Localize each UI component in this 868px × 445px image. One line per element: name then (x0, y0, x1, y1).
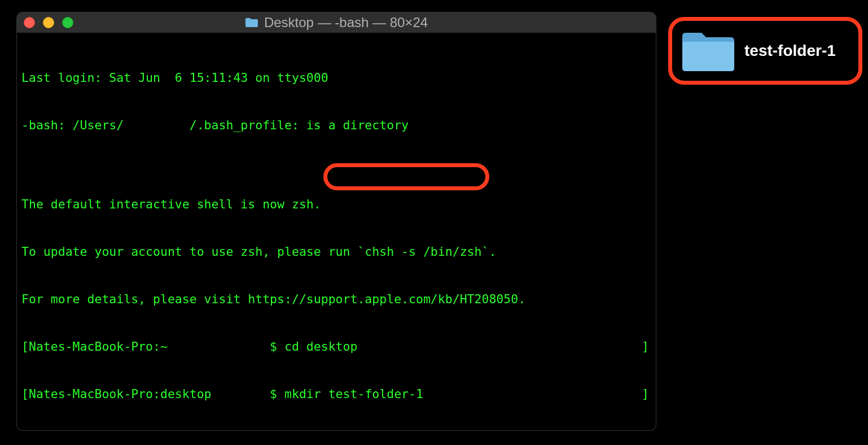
folder-name-label: test-folder-1 (744, 42, 836, 60)
command-text: mkdir test-folder-1 (284, 387, 423, 401)
folder-icon (245, 18, 258, 28)
fullscreen-button[interactable] (62, 17, 73, 28)
terminal-line: For more details, please visit https://s… (21, 291, 651, 307)
close-button[interactable] (24, 17, 35, 28)
titlebar[interactable]: Desktop — -bash — 80×24 (17, 12, 656, 33)
traffic-lights (24, 17, 73, 28)
command-text: cd desktop (284, 339, 357, 354)
closing-bracket: ] (642, 339, 649, 355)
terminal-body[interactable]: Last login: Sat Jun 6 15:11:43 on ttys00… (17, 33, 656, 430)
folder-icon[interactable] (680, 28, 737, 73)
terminal-window: Desktop — -bash — 80×24 Last login: Sat … (17, 12, 656, 430)
terminal-prompt-line: [Nates-MacBook-Pro:~ $ cd desktop] (21, 339, 651, 355)
terminal-line: To update your account to use zsh, pleas… (21, 244, 651, 260)
prompt-prefix: [Nates-MacBook-Pro:~ $ (21, 339, 284, 354)
window-title-group: Desktop — -bash — 80×24 (245, 15, 428, 30)
terminal-line: -bash: /Users/ /.bash_profile: is a dire… (21, 117, 651, 133)
closing-bracket: ] (642, 386, 649, 402)
window-title: Desktop — -bash — 80×24 (264, 15, 428, 30)
minimize-button[interactable] (43, 17, 54, 28)
folder-callout: test-folder-1 (668, 17, 862, 85)
terminal-line: Last login: Sat Jun 6 15:11:43 on ttys00… (21, 70, 651, 86)
terminal-line: The default interactive shell is now zsh… (21, 197, 651, 212)
terminal-prompt-line: [Nates-MacBook-Pro:desktop $ mkdir test-… (21, 386, 651, 402)
prompt-prefix: [Nates-MacBook-Pro:desktop $ (21, 387, 284, 401)
